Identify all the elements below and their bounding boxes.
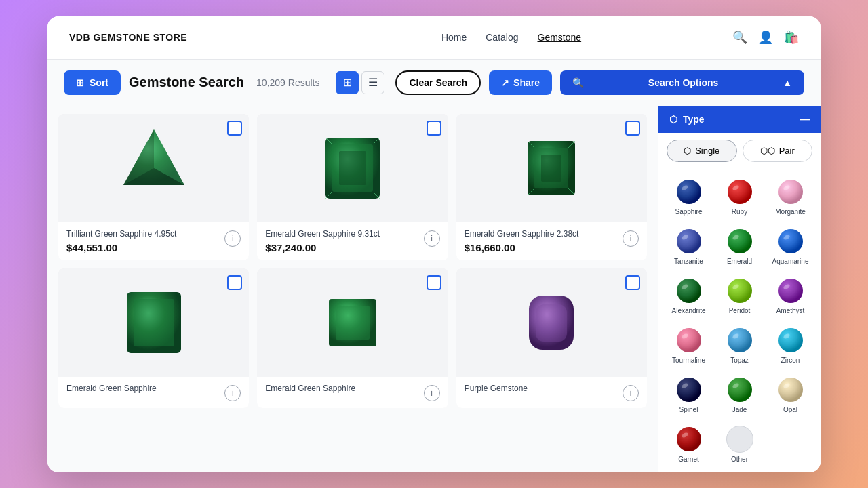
product-card: Emerald Green Sapphire i [257,268,448,408]
gem-option-spinel[interactable]: Spinel [665,372,712,418]
gem-option-opal[interactable]: Opal [767,372,814,418]
gem-label: Opal [783,406,797,413]
product-info: Emerald Green Sapphire i [257,377,448,408]
search-options-button[interactable]: 🔍 Search Options ▲ [560,70,804,95]
nav-home[interactable]: Home [441,32,467,43]
svg-point-26 [728,180,752,204]
product-name: Trilliant Green Sapphire 4.95ct [66,229,176,240]
svg-point-36 [677,279,701,303]
search-icon-panel: 🔍 [572,77,584,88]
type-header: ⬡ Type — [658,106,821,133]
product-price: $37,240.00 [265,242,380,253]
product-info-button[interactable]: i [224,385,241,401]
gem-option-emerald[interactable]: Emerald [716,224,763,269]
product-checkbox[interactable] [625,121,640,136]
header-actions: 🔍 👤 🛍️ [732,30,799,45]
product-checkbox[interactable] [227,275,242,290]
product-image[interactable] [257,114,448,222]
product-info-button[interactable]: i [424,230,440,247]
gem-type-grid: Sapphire Ruby Morganite [658,169,821,472]
sort-button[interactable]: ⊞ Sort [64,70,121,95]
gem-option-garnet[interactable]: Garnet [665,422,712,467]
gem-option-tanzanite[interactable]: Tanzanite [665,224,712,269]
gem-label: Tourmaline [672,357,705,364]
grid-view-button[interactable]: ⊞ [336,71,359,94]
pair-label: Pair [779,146,795,156]
product-checkbox[interactable] [427,275,441,290]
svg-point-42 [677,328,701,352]
product-grid-area: Trilliant Green Sapphire 4.95ct $44,551.… [47,106,658,472]
gem-option-alexandrite[interactable]: Alexandrite [665,273,712,319]
pair-button[interactable]: ⬡⬡ Pair [743,140,813,162]
sort-label: Sort [90,77,108,88]
share-button[interactable]: ↗ Share [489,70,552,95]
nav-gemstone[interactable]: Gemstone [538,32,582,43]
gem-option-aquamarine[interactable]: Aquamarine [767,224,814,269]
product-checkbox[interactable] [427,121,441,136]
gem-label: Sapphire [675,208,702,216]
product-card: Emerald Green Sapphire 2.38ct $16,660.00… [456,114,647,261]
gem-option-morganite[interactable]: Morganite [767,174,814,220]
cart-icon[interactable]: 🛍️ [784,30,799,45]
product-image[interactable] [456,268,647,377]
svg-rect-13 [541,155,561,182]
type-toggle: ⬡ Single ⬡⬡ Pair [658,133,821,169]
svg-point-40 [778,279,803,303]
svg-rect-19 [134,299,174,346]
product-info-button[interactable]: i [224,230,241,247]
gem-option-sapphire[interactable]: Sapphire [665,174,712,220]
product-info-button[interactable]: i [623,230,639,247]
svg-point-24 [677,180,701,204]
svg-point-28 [778,180,803,204]
product-info-button[interactable]: i [424,385,440,401]
single-button[interactable]: ⬡ Single [667,140,737,162]
list-view-button[interactable]: ☰ [361,71,384,94]
gem-option-other[interactable]: Other [716,422,763,467]
gem-option-jade[interactable]: Jade [716,372,763,418]
svg-point-54 [677,427,701,451]
product-name: Emerald Green Sapphire [265,384,355,394]
gem-label: Morganite [775,208,805,216]
product-info: Purple Gemstone i [456,377,647,408]
product-card: Emerald Green Sapphire 9.31ct $37,240.00… [257,114,448,261]
gem-label: Ruby [732,208,747,216]
gem-label: Topaz [730,357,749,364]
search-title: Gemstone Search [129,75,244,90]
header: VDB GEMSTONE STORE Home Catalog Gemstone… [47,16,821,60]
gem-label: Garnet [678,455,699,463]
product-name: Emerald Green Sapphire [66,384,157,394]
product-checkbox[interactable] [625,275,640,290]
chevron-up-icon: ▲ [783,77,792,88]
gem-option-amethyst[interactable]: Amethyst [767,273,814,319]
product-image[interactable] [456,114,647,222]
product-info-button[interactable]: i [623,385,639,401]
product-card: Emerald Green Sapphire i [58,268,249,408]
svg-point-44 [728,328,752,352]
gem-option-zircon[interactable]: Zircon [767,323,814,368]
svg-rect-6 [339,151,366,185]
product-image[interactable] [257,268,448,377]
product-image[interactable] [58,268,249,377]
product-price: $16,660.00 [465,242,579,253]
nav-catalog[interactable]: Catalog [486,32,518,43]
product-grid: Trilliant Green Sapphire 4.95ct $44,551.… [58,114,647,409]
gem-option-topaz[interactable]: Topaz [716,323,763,368]
gem-option-peridot[interactable]: Peridot [716,273,763,319]
product-info: Trilliant Green Sapphire 4.95ct $44,551.… [58,222,249,261]
clear-search-button[interactable]: Clear Search [395,70,481,95]
product-checkbox[interactable] [227,121,242,136]
product-image[interactable] [58,114,249,222]
svg-rect-21 [336,306,370,340]
gem-option-ruby[interactable]: Ruby [716,174,763,220]
single-label: Single [695,146,719,156]
search-icon[interactable]: 🔍 [732,30,747,45]
minus-icon[interactable]: — [800,114,810,125]
svg-point-50 [728,378,752,402]
account-icon[interactable]: 👤 [758,30,773,45]
gem-option-tourmaline[interactable]: Tourmaline [665,323,712,368]
gem-label: Amethyst [776,307,805,314]
product-name: Emerald Green Sapphire 2.38ct [465,229,579,240]
svg-point-52 [778,378,803,402]
results-count: 10,209 Results [256,77,319,88]
gem-label: Tanzanite [674,258,703,265]
